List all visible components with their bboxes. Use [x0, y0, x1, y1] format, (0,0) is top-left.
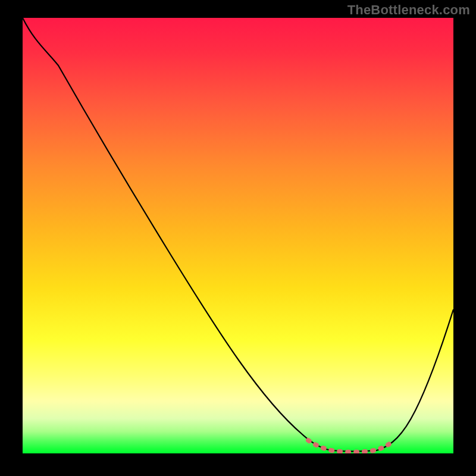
bottleneck-curve-svg: [23, 18, 453, 453]
optimal-range-marker-path: [308, 440, 394, 452]
bottleneck-curve-path: [23, 18, 453, 452]
watermark-text: TheBottleneck.com: [347, 2, 470, 18]
plot-area: [23, 18, 453, 453]
chart-frame: TheBottleneck.com: [0, 0, 476, 476]
